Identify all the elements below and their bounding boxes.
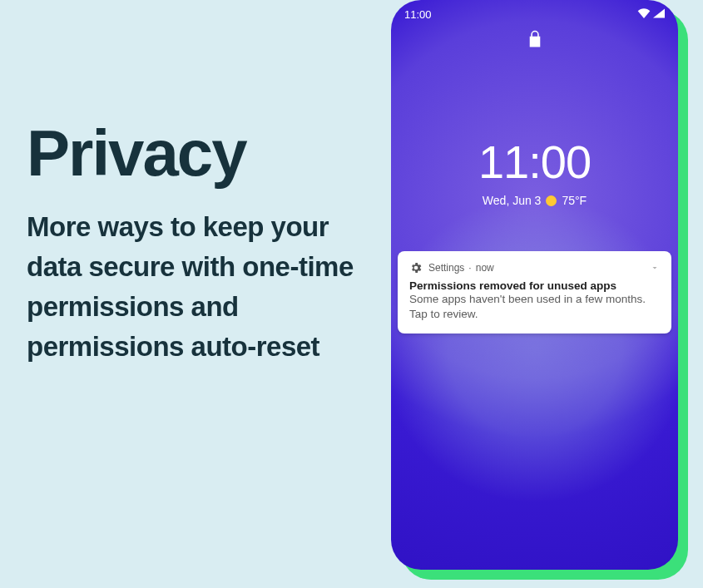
notification-card[interactable]: Settings · now Permissions removed for u… (398, 251, 671, 334)
notification-app-name: Settings (428, 262, 464, 274)
notification-posted-time: now (476, 262, 494, 274)
marketing-text: Privacy More ways to keep your data secu… (27, 121, 359, 366)
weather-temperature: 75°F (562, 194, 587, 207)
clock-time: 11:00 (391, 135, 678, 189)
wifi-icon (637, 8, 651, 21)
notification-title: Permissions removed for unused apps (409, 279, 660, 292)
notification-body: Some apps haven't been used in a few mon… (409, 292, 660, 322)
subheadline: More ways to keep your data secure with … (27, 207, 359, 366)
phone-screen: 11:00 11:00 Wed, Jun 3 75°F (391, 0, 678, 570)
headline: Privacy (27, 121, 359, 185)
notification-header: Settings · now (409, 261, 660, 274)
signal-icon (653, 8, 665, 21)
clock-date: Wed, Jun 3 (483, 194, 542, 207)
status-bar-time: 11:00 (404, 8, 432, 21)
wallpaper-halo (391, 175, 678, 524)
gear-icon (409, 261, 423, 274)
lockscreen-clock: 11:00 Wed, Jun 3 75°F (391, 135, 678, 207)
lock-icon (391, 30, 678, 48)
weather-sun-icon (546, 195, 557, 206)
phone-mockup: 11:00 11:00 Wed, Jun 3 75°F (391, 0, 682, 588)
status-bar: 11:00 (391, 5, 678, 23)
chevron-down-icon[interactable] (650, 263, 660, 273)
